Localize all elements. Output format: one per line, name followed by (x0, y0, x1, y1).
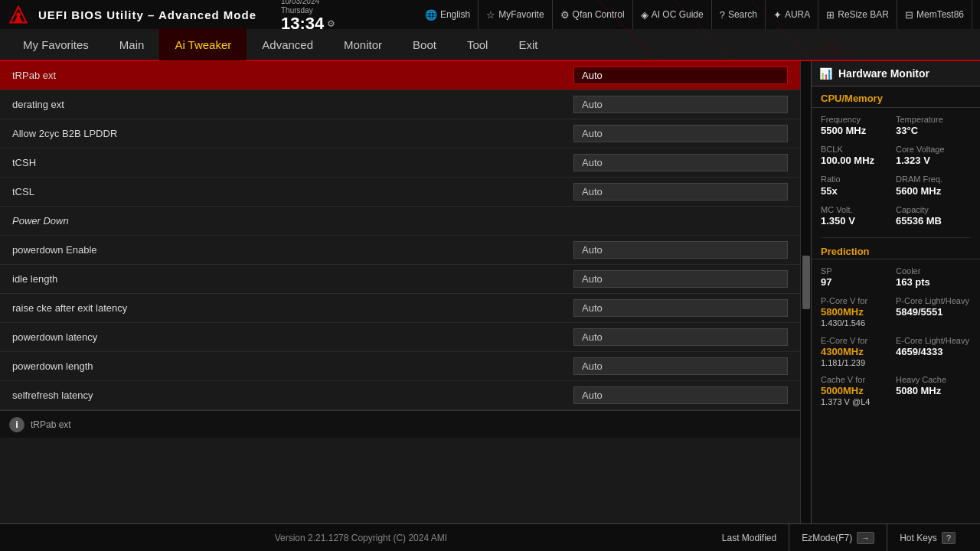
setting-row-selfrefresh-latency[interactable]: selfrefresh latency Auto (0, 381, 800, 410)
setting-name-powerdown-enable: powerdown Enable (12, 244, 573, 256)
section-label-power-down: Power Down (12, 215, 788, 227)
setting-value-powerdown-enable[interactable]: Auto (573, 241, 788, 259)
star-icon: ☆ (486, 9, 495, 21)
hw-frequency-value: 5500 MHz (821, 125, 896, 138)
resizebar-icon: ⊞ (826, 9, 835, 21)
memtest-icon: ⊟ (905, 9, 913, 21)
settings-panel: tRPab ext Auto derating ext Auto Allow 2… (0, 61, 812, 523)
footer-ez-mode[interactable]: EzMode(F7) → (789, 524, 887, 552)
rog-logo-icon (8, 4, 29, 25)
nav-bar: My Favorites Main Ai Tweaker Advanced Mo… (0, 29, 980, 61)
settings-icon[interactable]: ⚙ (327, 18, 335, 29)
footer-hot-keys[interactable]: Hot Keys ? (887, 524, 968, 552)
setting-row-powerdown-latency[interactable]: powerdown latency Auto (0, 323, 800, 352)
hw-pcore-lh-cell: P-Core Light/Heavy 5849/5551 (896, 292, 971, 332)
setting-row-trpab-ext[interactable]: tRPab ext Auto (0, 61, 800, 90)
setting-name-tCSH: tCSH (12, 157, 573, 168)
bios-title: UEFI BIOS Utility – Advanced Mode (38, 8, 256, 21)
toolbar-aura[interactable]: ✦ AURA (766, 0, 818, 29)
hw-capacity-value: 65536 MB (896, 215, 971, 228)
datetime-section: 10/03/2024 Thursday 13:34 ⚙ (281, 0, 335, 32)
hw-temperature-label: Temperature (896, 114, 971, 125)
footer-actions: Last Modified EzMode(F7) → Hot Keys ? (710, 524, 968, 552)
hw-ratio-cell: Ratio 55x (821, 171, 896, 201)
toolbar-search[interactable]: ? Search (712, 0, 766, 29)
setting-row-allow2cyc[interactable]: Allow 2cyc B2B LPDDR Auto (0, 119, 800, 148)
setting-row-idle-length[interactable]: idle length Auto (0, 265, 800, 294)
hw-ratio-label: Ratio (821, 174, 896, 184)
hw-monitor-title: 📊 Hardware Monitor (812, 61, 980, 86)
language-icon: 🌐 (425, 9, 437, 21)
toolbar-aioc[interactable]: ◈ AI OC Guide (633, 0, 712, 29)
setting-value-tCSL[interactable]: Auto (573, 183, 788, 201)
footer-version: Version 2.21.1278 Copyright (C) 2024 AMI (12, 533, 710, 543)
setting-row-tCSH[interactable]: tCSH Auto (0, 148, 800, 178)
memtest-label: MemTest86 (916, 9, 964, 20)
setting-value-selfrefresh-latency[interactable]: Auto (573, 386, 788, 404)
toolbar-myfavorite[interactable]: ☆ MyFavorite (479, 0, 552, 29)
fan-icon: ⚙ (560, 9, 570, 21)
setting-value-derating-ext[interactable]: Auto (573, 96, 788, 113)
hw-pcore-v-val: 1.430/1.546 (821, 318, 896, 328)
setting-name-allow2cyc: Allow 2cyc B2B LPDDR (12, 128, 573, 139)
setting-value-allow2cyc[interactable]: Auto (573, 125, 788, 142)
aura-label: AURA (785, 9, 810, 20)
info-bar: i tRPab ext (0, 410, 800, 438)
hw-corevoltage-cell: Core Voltage 1.323 V (896, 141, 971, 171)
qfan-label: Qfan Control (573, 9, 625, 20)
toolbar-memtest[interactable]: ⊟ MemTest86 (897, 0, 972, 29)
setting-value-powerdown-length[interactable]: Auto (573, 357, 788, 375)
setting-name-trpab-ext: tRPab ext (12, 70, 573, 81)
hot-keys-label: Hot Keys (900, 533, 937, 543)
nav-exit[interactable]: Exit (503, 28, 553, 60)
rog-logo (8, 4, 29, 25)
hw-prediction-grid: SP 97 Cooler 163 pts P-Core V for 5800MH… (812, 259, 980, 414)
setting-row-raise-cke[interactable]: raise cke after exit latency Auto (0, 294, 800, 323)
hw-cooler-cell: Cooler 163 pts (896, 262, 971, 292)
hw-cache-v-val: 1.373 V @L4 (821, 396, 896, 407)
setting-row-powerdown-enable[interactable]: powerdown Enable Auto (0, 236, 800, 265)
setting-value-trpab-ext[interactable]: Auto (573, 67, 788, 84)
hw-sp-value: 97 (821, 276, 896, 289)
nav-ai-tweaker[interactable]: Ai Tweaker (159, 28, 247, 60)
footer-last-modified[interactable]: Last Modified (710, 524, 789, 552)
info-icon: i (9, 417, 24, 432)
toolbar-language[interactable]: 🌐 English (417, 0, 479, 29)
hw-cache-v-freq: 5000MHz (821, 385, 896, 396)
search-label: Search (728, 9, 757, 20)
hw-corevoltage-value: 1.323 V (896, 155, 971, 168)
hw-temperature-cell: Temperature 33°C (896, 111, 971, 141)
nav-tool[interactable]: Tool (452, 28, 504, 60)
nav-my-favorites[interactable]: My Favorites (8, 28, 104, 60)
hw-cache-v-label: Cache V for (821, 374, 896, 385)
nav-advanced[interactable]: Advanced (247, 28, 328, 60)
toolbar-qfan[interactable]: ⚙ Qfan Control (553, 0, 633, 29)
hw-monitor-icon: 📊 (819, 67, 832, 80)
hw-frequency-cell: Frequency 5500 MHz (821, 111, 896, 141)
ez-mode-label: EzMode(F7) (802, 533, 852, 543)
hw-cooler-label: Cooler (896, 266, 971, 276)
setting-value-tCSH[interactable]: Auto (573, 154, 788, 171)
header-top-bar: UEFI BIOS Utility – Advanced Mode 10/03/… (0, 0, 980, 29)
scroll-thumb[interactable] (802, 256, 810, 309)
header-toolbar: 🌐 English ☆ MyFavorite ⚙ Qfan Control ◈ … (417, 0, 972, 29)
setting-value-powerdown-latency[interactable]: Auto (573, 328, 788, 346)
toolbar-resizebar[interactable]: ⊞ ReSize BAR (818, 0, 897, 29)
hw-panel: 📊 Hardware Monitor CPU/Memory Frequency … (812, 61, 980, 523)
scrollbar[interactable] (800, 61, 811, 523)
setting-value-raise-cke[interactable]: Auto (573, 299, 788, 317)
setting-row-tCSL[interactable]: tCSL Auto (0, 178, 800, 207)
setting-row-derating-ext[interactable]: derating ext Auto (0, 90, 800, 119)
language-label: English (440, 9, 470, 20)
nav-main[interactable]: Main (104, 28, 160, 60)
setting-row-powerdown-length[interactable]: powerdown length Auto (0, 352, 800, 381)
nav-boot[interactable]: Boot (397, 28, 452, 60)
setting-value-idle-length[interactable]: Auto (573, 270, 788, 288)
hw-bclk-label: BCLK (821, 144, 896, 155)
hw-pcore-v-label: P-Core V for (821, 295, 896, 306)
hw-ecore-v-val: 1.181/1.239 (821, 357, 896, 368)
hw-ecore-lh-value: 4659/4333 (896, 346, 971, 359)
hw-dramfreq-value: 5600 MHz (896, 185, 971, 198)
hw-dramfreq-cell: DRAM Freq. 5600 MHz (896, 171, 971, 201)
nav-monitor[interactable]: Monitor (328, 28, 397, 60)
